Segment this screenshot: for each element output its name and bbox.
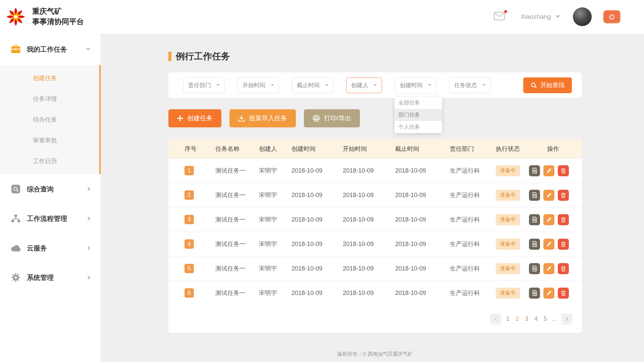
row-actions — [529, 165, 582, 176]
pagination-ellipsis: … — [551, 315, 558, 322]
view-task-button[interactable] — [529, 239, 540, 250]
pencil-icon — [546, 266, 552, 272]
sidebar-item-my-tasks[interactable]: 我的工作任务 — [0, 34, 101, 65]
task-created-date: 2018-10-09 — [291, 192, 343, 199]
edit-task-button[interactable] — [543, 263, 554, 274]
view-task-button[interactable] — [529, 190, 540, 201]
chevron-right-icon — [88, 216, 91, 221]
sidebar-item-workflow[interactable]: 工作流程管理 — [0, 204, 101, 233]
page-number[interactable]: 5 — [542, 315, 549, 322]
sitemap-icon — [10, 214, 21, 223]
task-creator: 宋明宇 — [259, 191, 291, 199]
edit-task-button[interactable] — [543, 239, 554, 250]
row-number-badge: 3 — [184, 215, 194, 224]
row-number-badge: 2 — [184, 190, 194, 200]
dropdown-menu-item[interactable]: 部门任务 — [394, 109, 442, 121]
chevron-down-icon — [216, 84, 220, 86]
submenu-item[interactable]: 待办任务 — [0, 109, 99, 130]
chevron-down-icon[interactable] — [555, 15, 560, 18]
task-creator: 宋明宇 — [259, 216, 291, 224]
view-task-button[interactable] — [529, 165, 540, 176]
avatar[interactable] — [573, 7, 592, 26]
pagination-next-button[interactable] — [561, 313, 573, 325]
col-header: 任务名称 — [215, 145, 259, 153]
task-department: 生产运行科 — [450, 167, 496, 175]
submenu: 创建任务任务详情待办任务审查审批工作日历 — [0, 65, 101, 174]
task-end-date: 2018-10-09 — [395, 265, 450, 272]
search-icon — [531, 82, 537, 88]
chevron-down-icon — [86, 48, 91, 51]
delete-task-button[interactable] — [558, 190, 569, 201]
submenu-item[interactable]: 创建任务 — [0, 68, 99, 88]
view-task-button[interactable] — [529, 214, 540, 225]
create-task-button[interactable]: 创建任务 — [168, 109, 221, 127]
chevron-down-icon — [374, 84, 377, 86]
search-button[interactable]: 开始查找 — [523, 77, 572, 93]
view-task-button[interactable] — [529, 288, 540, 299]
filter-dropdown-creator[interactable]: 创建人 — [346, 77, 382, 93]
printer-icon — [313, 115, 320, 122]
row-actions — [529, 190, 582, 201]
chevron-down-icon — [428, 84, 431, 86]
delete-task-button[interactable] — [558, 263, 569, 274]
page-number[interactable]: 2 — [514, 315, 521, 322]
main-area: 例行工作任务 责任部门 开始时间 截止时间 创建人 创建时间 — [101, 34, 644, 362]
logout-button[interactable] — [603, 10, 621, 23]
page-number[interactable]: 4 — [532, 315, 540, 322]
edit-task-button[interactable] — [543, 165, 554, 176]
task-created-date: 2018-10-09 — [291, 290, 343, 297]
dropdown-menu-item[interactable]: 个人任务 — [394, 121, 442, 133]
submenu-item[interactable]: 任务详情 — [0, 88, 99, 109]
filter-dropdown-create-time[interactable]: 创建时间 — [395, 77, 436, 93]
print-export-button[interactable]: 打印/导出 — [304, 109, 360, 127]
task-creator: 宋明宇 — [259, 264, 291, 273]
delete-task-button[interactable] — [558, 239, 569, 250]
sidebar-item-search[interactable]: 综合查询 — [0, 174, 101, 204]
col-header: 创建时间 — [291, 145, 343, 153]
edit-task-button[interactable] — [543, 288, 554, 299]
edit-task-button[interactable] — [543, 190, 554, 201]
mail-button[interactable] — [494, 12, 505, 22]
col-header: 操作 — [529, 145, 582, 153]
filter-bar: 责任部门 开始时间 截止时间 创建人 创建时间 任务状态 — [168, 72, 582, 98]
submenu-item[interactable]: 审查审批 — [0, 130, 99, 151]
task-name: 测试任务一 — [215, 264, 259, 273]
delete-task-button[interactable] — [558, 165, 569, 176]
view-detail-icon — [532, 192, 538, 198]
edit-task-button[interactable] — [543, 214, 554, 225]
batch-import-button[interactable]: 批量导入任务 — [229, 109, 296, 127]
delete-task-button[interactable] — [558, 214, 569, 225]
status-badge: 准备中 — [496, 165, 520, 176]
page-number[interactable]: 1 — [504, 315, 512, 322]
filter-dropdown-start-time[interactable]: 开始时间 — [237, 77, 279, 93]
submenu-item[interactable]: 工作日历 — [0, 151, 99, 172]
row-actions — [529, 263, 582, 274]
sidebar-item-label: 云服务 — [27, 244, 88, 253]
table-row: 1 测试任务一 宋明宇 2018-10-09 2018-10-09 2018-1… — [168, 158, 582, 183]
delete-task-button[interactable] — [558, 288, 569, 299]
view-detail-icon — [532, 290, 538, 296]
pencil-icon — [546, 290, 552, 296]
table-row: 2 测试任务一 宋明宇 2018-10-09 2018-10-09 2018-1… — [168, 183, 582, 207]
row-actions — [529, 288, 582, 299]
view-task-button[interactable] — [529, 263, 540, 274]
pagination-prev-button[interactable] — [490, 313, 501, 325]
page-number[interactable]: 3 — [523, 315, 530, 322]
filter-dropdown-status[interactable]: 任务状态 — [449, 77, 491, 93]
status-badge: 准备中 — [496, 239, 520, 250]
sidebar-item-cloud[interactable]: 云服务 — [0, 233, 101, 263]
filter-dropdown-end-time[interactable]: 截止时间 — [292, 77, 333, 93]
col-header: 责任部门 — [450, 145, 496, 153]
task-name: 测试任务一 — [215, 191, 259, 199]
filter-dropdown-dept[interactable]: 责任部门 — [183, 77, 225, 93]
dropdown-label: 开始时间 — [243, 81, 265, 89]
dropdown-menu-item[interactable]: 全部任务 — [394, 97, 442, 109]
sidebar-item-system[interactable]: 系统管理 — [0, 263, 101, 292]
view-detail-icon — [532, 265, 538, 272]
status-badge: 准备中 — [496, 288, 520, 299]
col-header: 创建人 — [259, 145, 291, 153]
batch-import-label: 批量导入任务 — [249, 114, 287, 123]
username[interactable]: Xiaozhang — [521, 13, 551, 20]
gear-icon — [10, 273, 21, 282]
task-start-date: 2018-10-09 — [343, 241, 395, 248]
